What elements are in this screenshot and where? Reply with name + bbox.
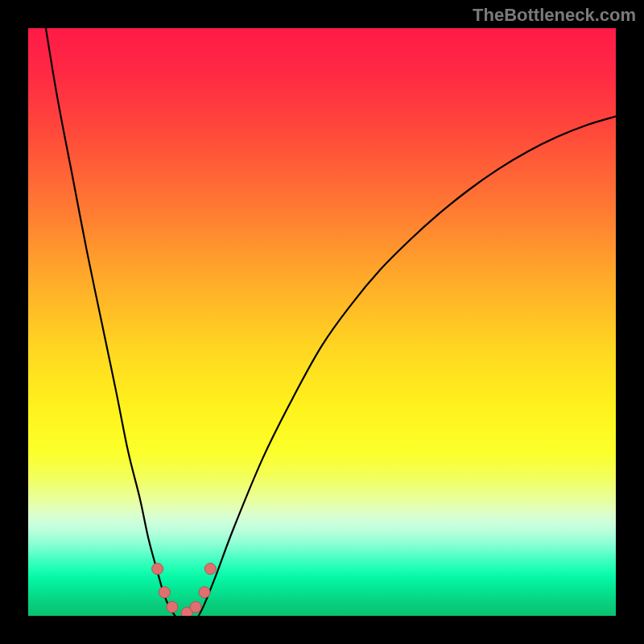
watermark-text: TheBottleneck.com bbox=[473, 5, 636, 26]
background-gradient bbox=[28, 28, 616, 616]
plot-area bbox=[28, 28, 616, 616]
